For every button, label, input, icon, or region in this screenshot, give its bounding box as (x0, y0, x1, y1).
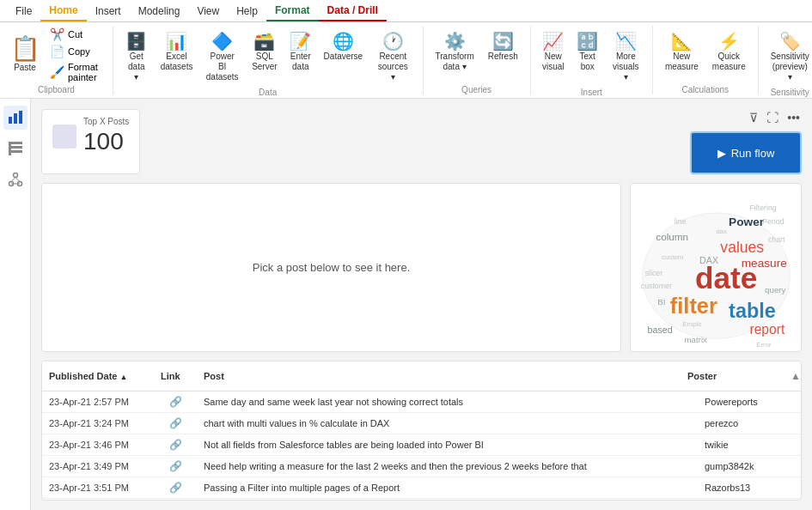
svg-text:chart: chart (767, 235, 785, 244)
sensitivity-button[interactable]: 🏷️ Sensitivity(preview) ▾ (766, 29, 812, 86)
svg-text:slicer: slicer (644, 269, 662, 277)
table-row[interactable]: 23-Apr-21 2:57 PM 🔗 Same day and same we… (42, 392, 801, 413)
refresh-icon: 🔄 (492, 33, 514, 50)
table-card: Published Date ▲ Link Post Poster ▲ 23-A… (41, 361, 802, 501)
top-x-value: 100 (83, 128, 129, 155)
power-bi-icon: 🔷 (211, 33, 233, 50)
svg-text:based: based (647, 325, 672, 335)
tab-insert[interactable]: Insert (87, 2, 130, 21)
td-link-4[interactable]: 🔗 (154, 479, 197, 496)
svg-text:measure: measure (741, 258, 786, 270)
filter-icon[interactable]: ⊽ (748, 109, 760, 126)
cut-button[interactable]: ✂️ Cut (46, 27, 106, 42)
text-box-button[interactable]: 🔡 Textbox (572, 29, 603, 76)
clipboard-side: ✂️ Cut 📄 Copy 🖌️ Format painter (46, 26, 106, 83)
new-visual-button[interactable]: 📈 Newvisual (538, 29, 569, 76)
more-visuals-icon: 📉 (615, 33, 637, 50)
more-visuals-button[interactable]: 📉 Morevisuals ▾ (607, 29, 645, 86)
td-date-4: 23-Apr-21 3:51 PM (42, 480, 154, 495)
text-box-icon: 🔡 (577, 33, 598, 50)
td-link-2[interactable]: 🔗 (154, 436, 197, 453)
svg-text:values: values (720, 239, 764, 256)
table-row[interactable]: 23-Apr-21 3:51 PM 🔗 Passing a Filter int… (42, 477, 801, 499)
format-painter-button[interactable]: 🖌️ Format painter (46, 61, 106, 83)
more-options-icon[interactable]: ••• (785, 109, 802, 126)
tab-format[interactable]: Format (266, 1, 319, 21)
pick-post-label: Pick a post below to see it here. (253, 261, 411, 274)
paste-button[interactable]: 📋 Paste (7, 26, 43, 83)
cut-icon: ✂️ (50, 27, 64, 41)
new-measure-button[interactable]: 📐 Newmeasure (660, 29, 704, 76)
table-row[interactable]: 23-Apr-21 4:07 PM 🔗 Calculated table fro… (42, 499, 801, 501)
td-link-0[interactable]: 🔗 (154, 393, 197, 410)
svg-rect-0 (9, 117, 12, 124)
tab-file[interactable]: File (7, 2, 40, 21)
power-bi-datasets-button[interactable]: 🔷 Power BIdatasets (200, 29, 243, 86)
table-row[interactable]: 23-Apr-21 3:49 PM 🔗 Need help writing a … (42, 456, 801, 477)
excel-datasets-button[interactable]: 📊 Exceldatasets (156, 29, 198, 76)
quick-measure-icon: ⚡ (718, 33, 740, 50)
clipboard-group-label: Clipboard (7, 83, 106, 94)
sql-server-button[interactable]: 🗃️ SQLServer (247, 29, 282, 76)
td-poster-0: Powereports (698, 394, 801, 410)
td-post-2: Not all fields from Salesforce tables ar… (197, 437, 698, 452)
td-date-2: 23-Apr-21 3:46 PM (42, 437, 154, 452)
table-icon (8, 141, 23, 156)
top-controls: ⊽ ⛶ ••• (748, 109, 802, 126)
new-visual-icon: 📈 (542, 33, 564, 50)
ribbon-group-sensitivity: 🏷️ Sensitivity(preview) ▾ Sensitivity (759, 26, 812, 94)
top-row: Top X Posts 100 ⊽ ⛶ ••• ▶ Run flow (41, 109, 802, 174)
refresh-button[interactable]: 🔄 Refresh (483, 29, 523, 65)
get-data-icon: 🗄️ (125, 33, 147, 50)
copy-button[interactable]: 📄 Copy (46, 44, 106, 59)
quick-measure-button[interactable]: ⚡ Quickmeasure (707, 29, 751, 76)
svg-rect-2 (19, 111, 22, 124)
sidebar-icon-table[interactable] (3, 137, 27, 161)
sidebar-icon-bar-chart[interactable] (3, 106, 27, 130)
svg-rect-6 (9, 142, 11, 155)
tab-home[interactable]: Home (40, 1, 86, 21)
run-flow-play-icon: ▶ (717, 147, 726, 160)
link-icon-2: 🔗 (169, 439, 182, 451)
svg-text:dax: dax (716, 228, 727, 236)
link-icon-4: 🔗 (169, 482, 182, 494)
td-link-1[interactable]: 🔗 (154, 415, 197, 432)
new-measure-icon: 📐 (671, 33, 693, 50)
table-row[interactable]: 23-Apr-21 3:46 PM 🔗 Not all fields from … (42, 434, 801, 456)
run-flow-button[interactable]: ▶ Run flow (690, 131, 802, 174)
format-painter-icon: 🖌️ (50, 65, 64, 79)
model-icon (8, 172, 23, 187)
recent-sources-button[interactable]: 🕐 Recentsources ▾ (370, 29, 416, 86)
svg-text:Power: Power (729, 216, 765, 228)
table-row[interactable]: 23-Apr-21 3:24 PM 🔗 chart with multi val… (42, 413, 801, 434)
word-cloud-card: date filter table values measure Power r… (630, 183, 802, 352)
top-row-spacer (149, 109, 681, 174)
transform-icon: ⚙️ (444, 33, 466, 50)
enter-data-icon: 📝 (290, 33, 311, 50)
top-x-placeholder (52, 124, 76, 149)
ribbon-tab-bar: File Home Insert Modeling View Help Form… (0, 0, 812, 22)
svg-text:line: line (674, 217, 686, 226)
td-date-1: 23-Apr-21 3:24 PM (42, 416, 154, 431)
expand-icon[interactable]: ⛶ (765, 109, 780, 126)
tab-help[interactable]: Help (228, 2, 266, 21)
ribbon-content: 📋 Paste ✂️ Cut 📄 Copy 🖌️ (0, 22, 812, 98)
td-poster-3: gump3842k (698, 458, 801, 474)
get-data-button[interactable]: 🗄️ Getdata ▾ (120, 29, 153, 86)
main-container: Top X Posts 100 ⊽ ⛶ ••• ▶ Run flow (0, 99, 812, 510)
svg-line-11 (15, 178, 20, 182)
tab-modeling[interactable]: Modeling (130, 2, 189, 21)
svg-text:Error: Error (756, 341, 772, 349)
table-body: 23-Apr-21 2:57 PM 🔗 Same day and same we… (42, 392, 801, 501)
transform-data-button[interactable]: ⚙️ Transformdata ▾ (430, 29, 479, 76)
dataverse-button[interactable]: 🌐 Dataverse (320, 29, 367, 65)
top-row-right: ⊽ ⛶ ••• ▶ Run flow (690, 109, 802, 174)
ribbon-group-queries: ⚙️ Transformdata ▾ 🔄 Refresh Queries (424, 26, 531, 94)
enter-data-button[interactable]: 📝 Enterdata (285, 29, 316, 76)
tab-data-drill[interactable]: Data / Drill (319, 1, 387, 21)
th-post: Post (197, 367, 681, 385)
sidebar-icon-model[interactable] (3, 167, 27, 191)
tab-view[interactable]: View (188, 2, 228, 21)
calculations-group-label: Calculations (660, 83, 751, 94)
td-link-3[interactable]: 🔗 (154, 458, 197, 475)
